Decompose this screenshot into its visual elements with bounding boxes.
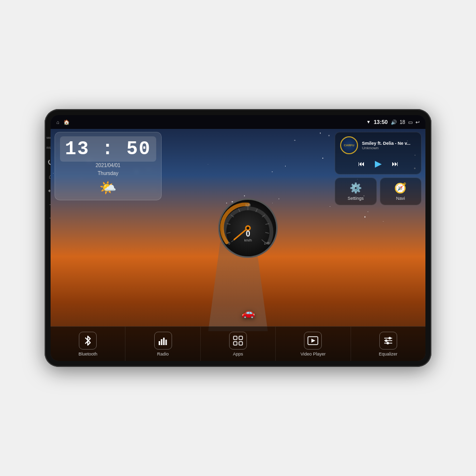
bluetooth-app-item[interactable]: Bluetooth bbox=[51, 327, 125, 361]
settings-button[interactable]: ⚙️ Settings bbox=[335, 178, 377, 205]
video-player-icon bbox=[307, 336, 318, 345]
bluetooth-label: Bluetooth bbox=[78, 352, 97, 357]
bluetooth-icon-wrap bbox=[79, 332, 97, 350]
svg-line-9 bbox=[265, 233, 269, 234]
svg-text:0: 0 bbox=[228, 241, 230, 245]
music-title: Smiley ft. Delia - Ne v... bbox=[362, 141, 416, 146]
equalizer-icon bbox=[383, 336, 394, 345]
svg-point-32 bbox=[386, 342, 389, 344]
svg-rect-21 bbox=[234, 336, 237, 340]
screen: ⌂ 🏠 ▼ 13:50 🔊 18 ▭ ↩ bbox=[51, 115, 425, 361]
navi-button[interactable]: 🧭 Navi bbox=[380, 178, 422, 205]
left-column: 13 : 50 2021/04/01 Thursday 🌤️ bbox=[55, 132, 162, 324]
bluetooth-icon bbox=[83, 335, 92, 346]
status-bar: ⌂ 🏠 ▼ 13:50 🔊 18 ▭ ↩ bbox=[51, 115, 425, 129]
status-bar-left: ⌂ 🏠 bbox=[57, 119, 69, 125]
radio-icon bbox=[158, 336, 168, 345]
svg-text:120: 120 bbox=[245, 203, 251, 207]
status-time: 13:50 bbox=[374, 119, 388, 125]
svg-rect-23 bbox=[234, 342, 237, 345]
prev-button[interactable]: ⏮ bbox=[357, 159, 366, 169]
radio-app-item[interactable]: Radio bbox=[125, 327, 200, 361]
apps-icon-wrap bbox=[229, 332, 247, 350]
music-info: Smiley ft. Delia - Ne v... Unknown bbox=[362, 141, 416, 150]
date-display: 2021/04/01 Thursday bbox=[96, 162, 120, 178]
music-widget: CARFU Smiley ft. Delia - Ne v... Unknown… bbox=[335, 132, 421, 175]
radio-label: Radio bbox=[157, 352, 169, 357]
car-icon: 🚗 bbox=[241, 306, 255, 319]
svg-marker-26 bbox=[311, 339, 315, 343]
day-value: Thursday bbox=[96, 170, 120, 178]
volume-value: 18 bbox=[400, 119, 405, 125]
svg-rect-18 bbox=[161, 339, 162, 345]
apps-icon bbox=[233, 336, 243, 346]
svg-line-1 bbox=[227, 233, 231, 234]
date-value: 2021/04/01 bbox=[96, 162, 120, 170]
center-column: 0 120 240 0 km/h 🚗 bbox=[165, 132, 332, 324]
settings-navi-row: ⚙️ Settings 🧭 Navi bbox=[335, 178, 421, 205]
clock-widget: 13 : 50 2021/04/01 Thursday 🌤️ bbox=[55, 132, 162, 200]
main-content: 13 : 50 2021/04/01 Thursday 🌤️ bbox=[51, 129, 425, 361]
content-area: 13 : 50 2021/04/01 Thursday 🌤️ bbox=[51, 129, 425, 326]
music-header: CARFU Smiley ft. Delia - Ne v... Unknown bbox=[340, 136, 416, 154]
svg-point-28 bbox=[385, 339, 387, 342]
weather-icon: 🌤️ bbox=[99, 179, 117, 196]
app-bar: Bluetooth Radio bbox=[51, 326, 425, 361]
speed-unit: km/h bbox=[244, 238, 252, 242]
battery-icon: ▭ bbox=[408, 119, 413, 125]
svg-point-30 bbox=[388, 337, 391, 339]
house-status-icon[interactable]: 🏠 bbox=[63, 119, 69, 125]
svg-text:240: 240 bbox=[264, 241, 270, 245]
car-head-unit: MIC RST ⏻ ⌂ ↩ ＋ － ⌂ 🏠 ▼ 13:50 🔊 18 ▭ ↩ bbox=[45, 109, 431, 367]
music-logo-text: CARFU bbox=[344, 144, 355, 147]
status-bar-right: ▼ 13:50 🔊 18 ▭ ↩ bbox=[366, 119, 419, 125]
radio-icon-wrap bbox=[154, 332, 172, 350]
video-player-app-item[interactable]: Video Player bbox=[276, 327, 351, 361]
music-controls: ⏮ ▶ ⏭ bbox=[340, 157, 416, 170]
music-logo: CARFU bbox=[340, 136, 358, 154]
apps-label: Apps bbox=[233, 352, 243, 357]
equalizer-label: Equalizer bbox=[379, 352, 398, 357]
apps-app-item[interactable]: Apps bbox=[201, 327, 276, 361]
settings-label: Settings bbox=[348, 196, 364, 201]
settings-icon: ⚙️ bbox=[350, 182, 362, 194]
equalizer-icon-wrap bbox=[379, 332, 397, 350]
play-button[interactable]: ▶ bbox=[374, 157, 383, 170]
speed-value: 0 bbox=[246, 230, 250, 238]
equalizer-app-item[interactable]: Equalizer bbox=[351, 327, 425, 361]
video-player-icon-wrap bbox=[304, 332, 322, 350]
home-status-icon[interactable]: ⌂ bbox=[57, 119, 60, 125]
right-column: CARFU Smiley ft. Delia - Ne v... Unknown… bbox=[335, 132, 421, 324]
svg-rect-20 bbox=[165, 340, 167, 345]
speedometer-circle: 0 120 240 0 km/h bbox=[218, 198, 278, 258]
svg-rect-19 bbox=[163, 338, 165, 345]
svg-rect-22 bbox=[239, 336, 242, 340]
music-artist: Unknown bbox=[362, 146, 416, 150]
navi-label: Navi bbox=[396, 196, 405, 201]
speedometer-svg: 0 120 240 bbox=[220, 200, 276, 256]
svg-rect-24 bbox=[239, 342, 242, 345]
navi-icon: 🧭 bbox=[394, 182, 407, 194]
video-player-label: Video Player bbox=[300, 352, 326, 357]
back-nav-icon[interactable]: ↩ bbox=[416, 119, 419, 125]
clock-display: 13 : 50 bbox=[60, 136, 156, 162]
speedometer-widget: 0 120 240 0 km/h bbox=[216, 132, 280, 324]
next-button[interactable]: ⏭ bbox=[391, 159, 400, 169]
svg-rect-17 bbox=[159, 341, 160, 345]
wifi-icon: ▼ bbox=[366, 119, 371, 124]
volume-icon: 🔊 bbox=[391, 119, 397, 125]
